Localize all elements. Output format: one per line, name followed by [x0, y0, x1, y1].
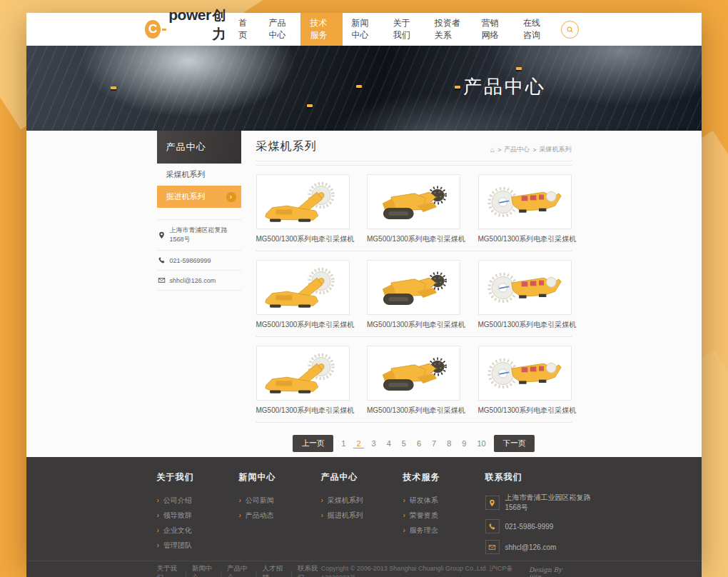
bottom-link-contact[interactable]: 联系我们: [298, 564, 321, 577]
breadcrumb-products[interactable]: 产品中心: [504, 145, 530, 154]
product-card[interactable]: MG500/1300系列电牵引采煤机: [478, 260, 572, 330]
product-title: MG500/1300系列电牵引采煤机: [478, 234, 572, 244]
footer-col-news: 新闻中心 公司新闻 产品动态: [239, 471, 321, 561]
footer-address: 上海市青浦工业园区崧复路1568号: [505, 493, 604, 513]
prev-page-button[interactable]: 上一页: [293, 435, 334, 452]
footer-col-contact: 联系我们 上海市青浦工业园区崧复路1568号 021-5986-9999 shh…: [485, 471, 604, 561]
footer-col-title: 产品中心: [321, 471, 403, 483]
bottom-link-news[interactable]: 新闻中心: [192, 564, 216, 577]
footer-link-culture[interactable]: 企业文化: [157, 523, 239, 538]
footer-link-honors[interactable]: 荣誉资质: [403, 508, 485, 523]
product-grid: MG500/1300系列电牵引采煤机 MG500/1300系列电牵引采煤机 MG…: [256, 165, 572, 423]
product-card[interactable]: MG500/1300系列电牵引采煤机: [478, 174, 572, 244]
bottom-link-about[interactable]: 关于我们: [157, 564, 181, 577]
product-card[interactable]: MG500/1300系列电牵引采煤机: [256, 260, 350, 330]
footer-email: shhcl@126.com: [505, 543, 557, 551]
chevron-right-icon: ›: [226, 192, 236, 202]
mine-truck: [455, 86, 460, 89]
nav-item-online-consult[interactable]: 在线咨询: [514, 13, 555, 46]
footer-link-shearer-series[interactable]: 采煤机系列: [321, 493, 403, 508]
sidebar-item-roadheader-series[interactable]: 掘进机系列 ›: [157, 186, 241, 208]
pagination: 上一页 1 2 3 4 5 6 7 8 9 10 下一页: [256, 435, 572, 452]
product-image-roadheader: [367, 260, 460, 315]
nav-item-news[interactable]: 新闻中心: [343, 13, 384, 46]
nav-item-products[interactable]: 产品中心: [259, 13, 300, 46]
product-card[interactable]: MG500/1300系列电牵引采煤机: [367, 346, 460, 416]
product-image-roadheader: [367, 346, 460, 401]
phone-icon: [485, 519, 500, 533]
product-card[interactable]: MG500/1300系列电牵引采煤机: [367, 174, 460, 244]
brand-name-latin: power: [168, 6, 211, 24]
footer-col-title: 关于我们: [157, 471, 239, 483]
brand-logo-dash: [162, 29, 166, 31]
site-footer: 关于我们 公司介绍 领导致辞 企业文化 管理团队 新闻中心 公司新闻 产品动态 …: [26, 457, 702, 577]
link-separator: |: [256, 569, 257, 577]
location-pin-icon: [158, 231, 166, 239]
sidebar-item-shearer-series[interactable]: 采煤机系列: [157, 164, 241, 186]
brand-name-cn: 创力: [213, 6, 230, 44]
page-number-10[interactable]: 10: [474, 439, 488, 448]
page-number-8[interactable]: 8: [444, 439, 454, 448]
footer-link-company-intro[interactable]: 公司介绍: [157, 493, 239, 508]
home-icon[interactable]: ⌂: [490, 146, 495, 154]
footer-col-products: 产品中心 采煤机系列 掘进机系列: [321, 471, 403, 561]
page-number-1[interactable]: 1: [338, 439, 348, 448]
nav-item-tech-service[interactable]: 技术服务: [300, 13, 342, 46]
breadcrumb-current[interactable]: 采煤机系列: [540, 145, 572, 154]
copyright-text: Copyright © 2006-2013 Shanghai Chuangli …: [321, 564, 525, 577]
footer-link-company-news[interactable]: 公司新闻: [239, 493, 321, 508]
page-number-7[interactable]: 7: [429, 439, 439, 448]
footer-link-rd-system[interactable]: 研发体系: [403, 493, 485, 508]
footer-col-title: 联系我们: [485, 471, 604, 483]
mine-truck: [307, 104, 313, 107]
nav-item-home[interactable]: 首页: [229, 13, 259, 46]
nav-item-marketing[interactable]: 营销网络: [472, 13, 514, 46]
sidebar-phone-row: 021-59869999: [157, 251, 241, 271]
footer-link-product-news[interactable]: 产品动态: [239, 508, 321, 523]
sidebar-email: shhcl@126.com: [170, 277, 216, 284]
search-icon: [561, 21, 579, 39]
site-page: C power 创力 股票代码 / 603012 首页 产品中心 技术服务 新闻…: [26, 13, 702, 564]
product-card[interactable]: MG500/1300系列电牵引采煤机: [256, 346, 350, 416]
footer-phone-row: 021-5986-9999: [485, 519, 604, 533]
footer-link-leader-speech[interactable]: 领导致辞: [157, 508, 239, 523]
page-number-6[interactable]: 6: [414, 439, 424, 448]
footer-col-title: 技术服务: [403, 471, 485, 483]
footer-link-team[interactable]: 管理团队: [157, 538, 239, 553]
search-button[interactable]: [561, 13, 579, 46]
section-title: 采煤机系列: [256, 139, 317, 154]
page-number-5[interactable]: 5: [399, 439, 409, 448]
brand-logo-icon: C: [145, 20, 161, 39]
product-card[interactable]: MG500/1300系列电牵引采煤机: [256, 174, 350, 244]
page-number-2-current[interactable]: 2: [353, 439, 363, 448]
footer-bottom-bar: 关于我们| 新闻中心| 产品中心| 人才招聘| 联系我们 Copyright ©…: [26, 561, 702, 577]
product-title: MG500/1300系列电牵引采煤机: [367, 320, 460, 330]
product-card[interactable]: MG500/1300系列电牵引采煤机: [478, 346, 572, 416]
next-page-button[interactable]: 下一页: [494, 435, 535, 452]
footer-link-service-concept[interactable]: 服务理念: [403, 523, 485, 538]
page-number-3[interactable]: 3: [369, 439, 379, 448]
product-card[interactable]: MG500/1300系列电牵引采煤机: [367, 260, 460, 330]
phone-icon: [158, 256, 166, 264]
email-icon: [158, 276, 166, 284]
sidebar-title: 产品中心: [157, 131, 241, 164]
sidebar-contact-list: 上海市青浦区崧复路1568号 021-59869999 shhcl@126.co…: [157, 219, 241, 291]
site-header: C power 创力 股票代码 / 603012 首页 产品中心 技术服务 新闻…: [26, 13, 702, 46]
page-number-4[interactable]: 4: [384, 439, 394, 448]
product-title: MG500/1300系列电牵引采煤机: [256, 406, 350, 416]
brand-logo[interactable]: C power 创力 股票代码 / 603012: [145, 13, 229, 46]
footer-bottom-links: 关于我们| 新闻中心| 产品中心| 人才招聘| 联系我们: [157, 564, 321, 577]
mine-truck: [516, 67, 522, 70]
product-title: MG500/1300系列电牵引采煤机: [256, 320, 350, 330]
sidebar-email-row: shhcl@126.com: [157, 271, 241, 291]
footer-link-roadheader-series[interactable]: 掘进机系列: [321, 508, 403, 523]
bottom-link-jobs[interactable]: 人才招聘: [262, 564, 285, 577]
nav-item-about[interactable]: 关于我们: [384, 13, 425, 46]
nav-item-investor[interactable]: 投资者关系: [425, 13, 472, 46]
product-title: MG500/1300系列电牵引采煤机: [478, 406, 572, 416]
sidebar-item-label: 掘进机系列: [166, 186, 206, 208]
product-title: MG500/1300系列电牵引采煤机: [478, 320, 572, 330]
product-title: MG500/1300系列电牵引采煤机: [367, 406, 460, 416]
bottom-link-products[interactable]: 产品中心: [227, 564, 251, 577]
page-number-9[interactable]: 9: [459, 439, 469, 448]
